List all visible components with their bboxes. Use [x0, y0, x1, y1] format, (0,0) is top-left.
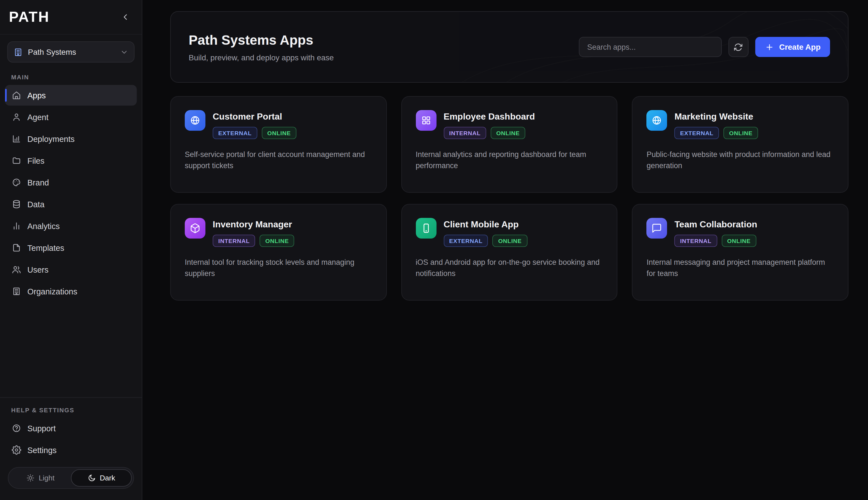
- bar-chart-icon: [12, 134, 21, 144]
- help-icon: [12, 423, 21, 433]
- app-card-title: Client Mobile App: [444, 218, 527, 230]
- theme-option-dark[interactable]: Dark: [71, 469, 132, 487]
- search-box: [579, 37, 722, 57]
- gear-icon: [12, 445, 21, 455]
- badge-internal: INTERNAL: [675, 235, 717, 247]
- sidebar-spacer: [0, 303, 142, 397]
- app-card-menu-button[interactable]: [823, 105, 840, 122]
- create-app-button[interactable]: Create App: [755, 37, 830, 57]
- sidebar-item-label: Files: [27, 156, 44, 165]
- app-card-customer-portal[interactable]: Customer Portal EXTERNALONLINE Self-serv…: [170, 96, 387, 193]
- chevron-down-icon: [120, 48, 128, 56]
- app-card-client-mobile-app[interactable]: Client Mobile App EXTERNALONLINE iOS and…: [401, 204, 617, 300]
- search-input[interactable]: [586, 42, 715, 52]
- nav-section-label: HELP & SETTINGS: [0, 398, 142, 417]
- badge-online: ONLINE: [260, 235, 294, 247]
- apps-grid: Customer Portal EXTERNALONLINE Self-serv…: [170, 96, 848, 300]
- app-card-marketing-website[interactable]: Marketing Website EXTERNALONLINE Public-…: [632, 96, 848, 193]
- app-card-menu-button[interactable]: [823, 213, 840, 230]
- app-card-team-collaboration[interactable]: Team Collaboration INTERNALONLINE Intern…: [632, 204, 848, 300]
- grid-icon: [415, 110, 436, 131]
- app-card-employee-dashboard[interactable]: Employee Dashboard INTERNALONLINE Intern…: [401, 96, 617, 193]
- app-card-description: Public-facing website with product infor…: [647, 149, 834, 171]
- sidebar-item-label: Users: [27, 265, 49, 274]
- file-icon: [12, 243, 21, 252]
- theme-toggle: Light Dark: [8, 467, 134, 489]
- sidebar-item-label: Data: [27, 200, 44, 209]
- badge-external: EXTERNAL: [213, 127, 257, 139]
- main-content: Path Systems Apps Build, preview, and de…: [142, 0, 868, 500]
- app-card-description: Internal messaging and project managemen…: [647, 257, 834, 279]
- sidebar-item-organizations[interactable]: Organizations: [5, 281, 137, 302]
- badge-online: ONLINE: [493, 235, 527, 247]
- sidebar-item-label: Apps: [27, 91, 46, 100]
- users-icon: [12, 265, 21, 274]
- page-subtitle: Build, preview, and deploy apps with eas…: [189, 53, 334, 62]
- package-icon: [185, 218, 206, 239]
- sidebar-item-label: Organizations: [27, 287, 77, 296]
- app-card-menu-button[interactable]: [361, 105, 378, 122]
- app-card-description: Internal analytics and reporting dashboa…: [415, 149, 603, 171]
- sidebar-item-files[interactable]: Files: [5, 150, 137, 171]
- page-title: Path Systems Apps: [189, 32, 334, 48]
- sidebar-item-brand[interactable]: Brand: [5, 172, 137, 193]
- home-icon: [12, 91, 21, 100]
- app-card-menu-button[interactable]: [593, 105, 609, 122]
- app-card-description: iOS and Android app for on-the-go servic…: [415, 257, 603, 279]
- plus-icon: [765, 42, 774, 52]
- app-card-badges: EXTERNALONLINE: [444, 235, 527, 247]
- app-card-title: Employee Dashboard: [444, 110, 535, 122]
- header-actions: Create App: [579, 37, 830, 57]
- badge-internal: INTERNAL: [213, 235, 255, 247]
- globe-icon: [647, 110, 667, 131]
- sidebar-item-templates[interactable]: Templates: [5, 237, 137, 258]
- theme-option-light[interactable]: Light: [10, 469, 71, 487]
- nav-section-label: MAIN: [0, 65, 142, 84]
- smartphone-icon: [415, 218, 436, 239]
- create-app-label: Create App: [779, 43, 821, 52]
- analytics-icon: [12, 221, 21, 231]
- sidebar-item-label: Analytics: [27, 221, 60, 230]
- moon-icon: [87, 474, 96, 482]
- page-header-text: Path Systems Apps Build, preview, and de…: [189, 32, 334, 62]
- sidebar-item-data[interactable]: Data: [5, 194, 137, 215]
- sidebar-item-support[interactable]: Support: [5, 418, 137, 439]
- app-card-badges: INTERNALONLINE: [444, 127, 535, 139]
- sidebar-item-apps[interactable]: Apps: [5, 85, 137, 105]
- sidebar-item-users[interactable]: Users: [5, 259, 137, 280]
- sidebar-nav-bottom: HELP & SETTINGS Support Settings Light D…: [0, 397, 142, 500]
- refresh-icon: [734, 42, 743, 52]
- palette-icon: [12, 178, 21, 187]
- app-card-title: Inventory Manager: [213, 218, 294, 230]
- sidebar-item-label: Deployments: [27, 134, 74, 143]
- building-icon: [13, 47, 23, 57]
- sidebar-item-deployments[interactable]: Deployments: [5, 128, 137, 149]
- sidebar-item-settings[interactable]: Settings: [5, 440, 137, 460]
- database-icon: [12, 200, 21, 209]
- refresh-button[interactable]: [728, 37, 749, 57]
- sidebar-nav-main: MAIN Apps Agent Deployments Files Brand …: [0, 65, 142, 303]
- chevron-left-icon: [120, 12, 130, 22]
- building-icon: [12, 287, 21, 296]
- app-card-description: Internal tool for tracking stock levels …: [185, 257, 372, 279]
- app-card-badges: EXTERNALONLINE: [213, 127, 296, 139]
- app-card-menu-button[interactable]: [593, 213, 609, 230]
- org-selector[interactable]: Path Systems: [7, 41, 134, 62]
- app-card-inventory-manager[interactable]: Inventory Manager INTERNALONLINE Interna…: [170, 204, 387, 300]
- message-icon: [647, 218, 667, 239]
- page-header-card: Path Systems Apps Build, preview, and de…: [170, 11, 848, 83]
- app-card-title: Team Collaboration: [675, 218, 757, 230]
- sidebar-header: PATH: [0, 0, 142, 35]
- sidebar-item-label: Brand: [27, 178, 49, 187]
- app-window: PATH Path Systems MAIN Apps Agent Deploy…: [0, 0, 868, 500]
- sidebar-item-label: Agent: [27, 113, 49, 122]
- sidebar-item-label: Settings: [27, 445, 57, 454]
- badge-online: ONLINE: [722, 235, 756, 247]
- sidebar-item-analytics[interactable]: Analytics: [5, 216, 137, 236]
- sidebar-collapse-button[interactable]: [117, 9, 133, 25]
- app-card-badges: INTERNALONLINE: [675, 235, 757, 247]
- sidebar-item-agent[interactable]: Agent: [5, 107, 137, 127]
- app-card-menu-button[interactable]: [361, 213, 378, 230]
- app-logo: PATH: [9, 8, 50, 26]
- app-card-description: Self-service portal for client account m…: [185, 149, 372, 171]
